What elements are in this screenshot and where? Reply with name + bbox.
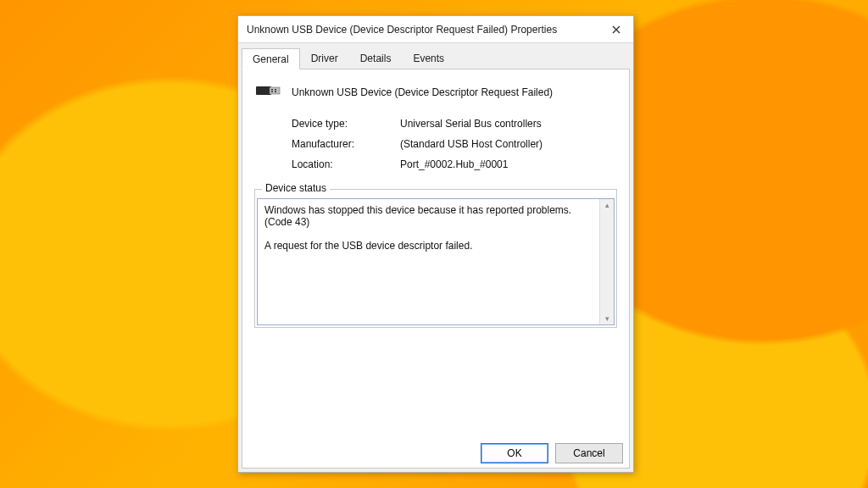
svg-rect-1 xyxy=(270,87,280,94)
device-status-legend: Device status xyxy=(262,182,330,194)
device-type-label: Device type: xyxy=(292,118,393,130)
location-label: Location: xyxy=(292,158,393,170)
svg-rect-0 xyxy=(256,86,271,95)
tab-driver[interactable]: Driver xyxy=(300,47,349,69)
device-info-grid: Device type: Universal Serial Bus contro… xyxy=(292,118,617,170)
svg-rect-4 xyxy=(271,92,273,93)
usb-connector-icon xyxy=(254,81,283,103)
tab-strip: General Driver Details Events xyxy=(238,43,633,69)
tab-details[interactable]: Details xyxy=(349,47,403,69)
device-name: Unknown USB Device (Device Descriptor Re… xyxy=(292,86,553,98)
manufacturer-label: Manufacturer: xyxy=(292,138,393,150)
svg-rect-5 xyxy=(275,92,276,93)
location-value: Port_#0002.Hub_#0001 xyxy=(400,158,617,170)
scroll-down-icon[interactable]: ▾ xyxy=(605,314,609,323)
cancel-button[interactable]: Cancel xyxy=(555,443,623,463)
device-header: Unknown USB Device (Device Descriptor Re… xyxy=(254,81,617,103)
close-icon[interactable] xyxy=(599,16,633,43)
ok-button[interactable]: OK xyxy=(481,443,548,463)
dialog-button-row: OK Cancel xyxy=(481,443,623,463)
svg-rect-3 xyxy=(275,89,276,91)
properties-dialog: Unknown USB Device (Device Descriptor Re… xyxy=(237,15,634,473)
titlebar[interactable]: Unknown USB Device (Device Descriptor Re… xyxy=(238,16,633,43)
svg-rect-2 xyxy=(271,89,273,91)
window-title: Unknown USB Device (Device Descriptor Re… xyxy=(247,24,599,36)
tab-events[interactable]: Events xyxy=(402,47,455,69)
device-type-value: Universal Serial Bus controllers xyxy=(400,118,617,130)
tab-general[interactable]: General xyxy=(242,48,300,69)
scroll-up-icon[interactable]: ▴ xyxy=(605,201,609,209)
device-status-textbox[interactable]: Windows has stopped this device because … xyxy=(257,198,615,325)
device-status-group: Device status Windows has stopped this d… xyxy=(254,189,617,328)
tab-panel-general: Unknown USB Device (Device Descriptor Re… xyxy=(242,69,630,469)
manufacturer-value: (Standard USB Host Controller) xyxy=(400,138,617,150)
scrollbar[interactable]: ▴ ▾ xyxy=(599,199,614,324)
device-status-text: Windows has stopped this device because … xyxy=(264,204,607,252)
